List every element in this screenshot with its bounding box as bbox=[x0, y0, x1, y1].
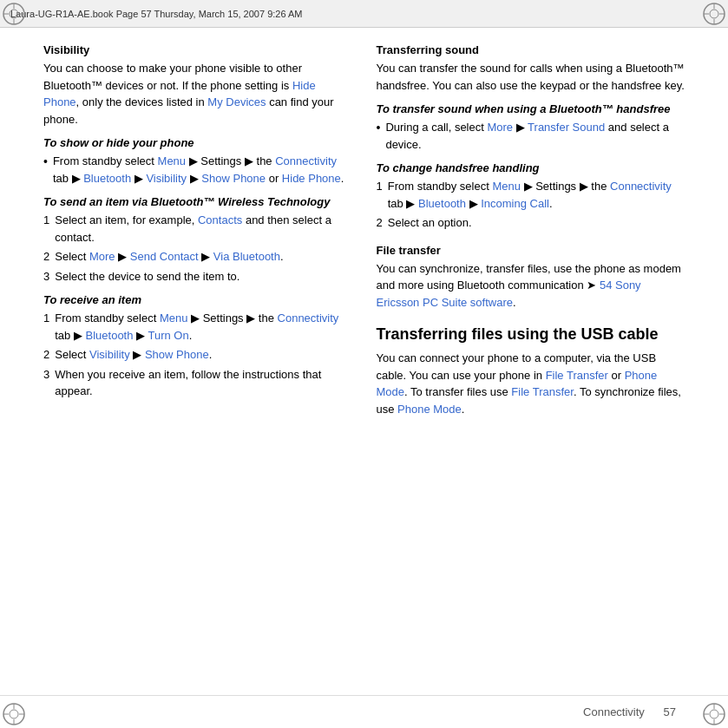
receive-step2: 2 Select Visibility ▶ Show Phone. bbox=[43, 346, 352, 364]
link-bluetooth-3: Bluetooth bbox=[418, 197, 466, 210]
header-text: Laura-UG-R1A-AE.book Page 57 Thursday, M… bbox=[10, 9, 303, 19]
footer-connectivity-label: Connectivity bbox=[583, 705, 645, 718]
corner-decoration-tr bbox=[702, 2, 726, 26]
link-pc-suite: 54 Sony Ericsson PC Suite software bbox=[377, 279, 641, 309]
wireless-step1-text: Select an item, for example, Contacts an… bbox=[55, 212, 351, 246]
file-transfer-body: You can synchronize, transfer files, use… bbox=[377, 260, 685, 312]
receive-heading: To receive an item bbox=[43, 293, 352, 306]
visibility-heading: Visibility bbox=[43, 43, 352, 56]
link-contacts: Contacts bbox=[198, 213, 242, 226]
wireless-step2-text: Select More ▶ Send Contact ▶ Via Bluetoo… bbox=[55, 248, 283, 266]
receive-step1: 1 From standby select Menu ▶ Settings ▶ … bbox=[43, 310, 352, 344]
link-more-1: More bbox=[89, 250, 115, 263]
main-content: Visibility You can choose to make your p… bbox=[43, 28, 685, 693]
footer-page-number: 57 bbox=[664, 705, 676, 718]
link-file-transfer: File Transfer bbox=[546, 369, 608, 382]
show-hide-bullet-dot: • bbox=[43, 153, 48, 187]
link-menu-1: Menu bbox=[158, 154, 187, 167]
link-visibility-1: Visibility bbox=[146, 172, 187, 185]
link-menu-2: Menu bbox=[160, 312, 188, 325]
show-hide-bullet-item: • From standby select Menu ▶ Settings ▶ … bbox=[43, 153, 352, 187]
link-bluetooth-2: Bluetooth bbox=[86, 329, 134, 342]
link-file-transfer-2: File Transfer bbox=[511, 385, 574, 398]
usb-heading: Transferring files using the USB cable bbox=[377, 325, 685, 344]
link-hide-phone: Hide Phone bbox=[282, 172, 341, 185]
left-column: Visibility You can choose to make your p… bbox=[43, 43, 352, 693]
visibility-body-text: You can choose to make your phone visibl… bbox=[43, 62, 302, 92]
receive-step2-text: Select Visibility ▶ Show Phone. bbox=[55, 346, 212, 364]
page: Laura-UG-R1A-AE.book Page 57 Thursday, M… bbox=[0, 0, 728, 728]
header-bar: Laura-UG-R1A-AE.book Page 57 Thursday, M… bbox=[0, 0, 728, 28]
link-via-bluetooth: Via Bluetooth bbox=[213, 250, 280, 263]
transfer-sound-bullet-dot: • bbox=[377, 119, 381, 153]
corner-decoration-tl bbox=[2, 2, 26, 26]
link-send-contact: Send Contact bbox=[130, 250, 199, 263]
link-menu-3: Menu bbox=[492, 180, 521, 193]
link-show-phone: Show Phone bbox=[201, 172, 266, 185]
receive-step3: 3 When you receive an item, follow the i… bbox=[43, 366, 352, 400]
handsfree-step1-text: From standby select Menu ▶ Settings ▶ th… bbox=[388, 178, 685, 212]
visibility-link-my-devices: My Devices bbox=[207, 95, 266, 108]
link-phone-mode-2: Phone Mode bbox=[397, 403, 462, 416]
link-turn-on: Turn On bbox=[148, 329, 188, 342]
wireless-heading: To send an item via Bluetooth™ Wireless … bbox=[43, 195, 352, 208]
link-incoming-call: Incoming Call bbox=[481, 197, 549, 210]
link-connectivity-3: Connectivity bbox=[610, 180, 672, 193]
handsfree-step2: 2 Select an option. bbox=[377, 214, 685, 232]
transferring-sound-body: You can transfer the sound for calls whe… bbox=[377, 60, 685, 94]
transferring-sound-heading: Transferring sound bbox=[377, 43, 685, 56]
transfer-sound-bullet: • During a call, select More ▶ Transfer … bbox=[377, 119, 685, 153]
handsfree-heading: To change handsfree handling bbox=[377, 161, 685, 174]
wireless-step1: 1 Select an item, for example, Contacts … bbox=[43, 212, 352, 246]
handsfree-step1: 1 From standby select Menu ▶ Settings ▶ … bbox=[377, 178, 685, 212]
right-column: Transferring sound You can transfer the … bbox=[377, 43, 685, 693]
link-connectivity-2: Connectivity bbox=[278, 312, 339, 325]
link-connectivity-1: Connectivity bbox=[275, 154, 337, 167]
link-more-2: More bbox=[487, 121, 513, 134]
svg-point-1 bbox=[10, 10, 18, 18]
link-bluetooth-1: Bluetooth bbox=[83, 172, 131, 185]
footer: Connectivity 57 bbox=[0, 695, 728, 728]
wireless-step2: 2 Select More ▶ Send Contact ▶ Via Bluet… bbox=[43, 248, 352, 266]
link-show-phone-2: Show Phone bbox=[145, 348, 209, 361]
show-hide-heading: To show or hide your phone bbox=[43, 136, 352, 149]
wireless-step3: 3 Select the device to send the item to. bbox=[43, 268, 352, 285]
link-visibility-2: Visibility bbox=[89, 348, 130, 361]
visibility-body-middle: , only the devices listed in bbox=[76, 95, 208, 108]
show-hide-bullet-text: From standby select Menu ▶ Settings ▶ th… bbox=[53, 153, 352, 187]
usb-body: You can connect your phone to a computer… bbox=[377, 350, 685, 417]
svg-point-7 bbox=[710, 10, 718, 18]
link-transfer-sound: Transfer Sound bbox=[528, 121, 605, 134]
receive-step1-text: From standby select Menu ▶ Settings ▶ th… bbox=[55, 310, 351, 344]
transfer-sound-heading: To transfer sound when using a Bluetooth… bbox=[377, 102, 685, 115]
file-transfer-heading: File transfer bbox=[377, 244, 685, 257]
transfer-sound-bullet-text: During a call, select More ▶ Transfer So… bbox=[385, 119, 685, 153]
receive-step3-text: When you receive an item, follow the ins… bbox=[55, 366, 351, 400]
wireless-step3-text: Select the device to send the item to. bbox=[55, 268, 239, 285]
visibility-body: You can choose to make your phone visibl… bbox=[43, 60, 352, 128]
handsfree-step2-text: Select an option. bbox=[388, 214, 472, 232]
